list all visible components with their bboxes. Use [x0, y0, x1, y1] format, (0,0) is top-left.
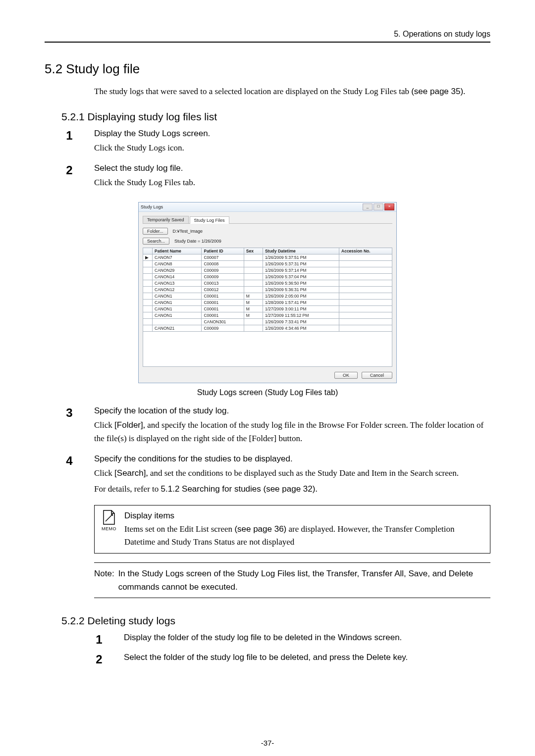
minimize-button[interactable]: _	[363, 203, 373, 210]
cell-id: CANON301	[202, 319, 244, 325]
step-522-1-title: Display the folder of the study log file…	[124, 633, 490, 643]
cell-name: CANON21	[153, 325, 202, 332]
tab-study-log-files[interactable]: Study Log Files	[190, 216, 229, 224]
row-selector[interactable]	[143, 267, 153, 274]
row-selector[interactable]	[143, 325, 153, 332]
step-4-desc2-c: .	[315, 484, 317, 494]
page-number: -37-	[0, 739, 535, 747]
row-selector[interactable]	[143, 312, 153, 319]
step-3-desc-a: Click	[94, 420, 114, 430]
table-row[interactable]: CANON29C000091/26/2009 5:37:14 PM	[143, 267, 392, 274]
row-selector[interactable]	[143, 306, 153, 312]
step-3-desc-c: , and specify the location of the study …	[94, 420, 483, 443]
cell-acc	[339, 261, 392, 267]
cell-acc	[339, 319, 392, 325]
cell-id: C00007	[202, 254, 244, 261]
step-4-desc2-a: For details, refer to	[94, 484, 161, 494]
step-2: 2 Select the study log file. Click the S…	[45, 163, 490, 196]
step-4-desc2-b: 5.1.2 Searching for studies (see page 32…	[161, 484, 316, 494]
cell-id: C00009	[202, 267, 244, 274]
cell-acc	[339, 267, 392, 274]
table-row[interactable]: CANON1C00001M1/28/2009 1:57:41 PM	[143, 300, 392, 306]
cell-sex	[244, 319, 263, 325]
row-selector[interactable]	[143, 300, 153, 306]
section-5-2-heading: 5.2 Study log file	[45, 61, 490, 77]
table-row[interactable]: CANON13C000131/26/2009 5:36:50 PM	[143, 280, 392, 287]
maximize-button[interactable]: □	[374, 203, 383, 210]
search-button[interactable]: Search...	[143, 238, 169, 245]
cell-id: C00008	[202, 261, 244, 267]
step-4-desc1-c: , and set the conditions to be displayed…	[146, 468, 459, 478]
cell-name: CANON1	[153, 300, 202, 306]
cell-acc	[339, 274, 392, 280]
cell-dt: 1/26/2009 5:37:51 PM	[263, 254, 339, 261]
memo-box: MEMO Display items Items set on the Edit…	[94, 505, 490, 554]
step-4-desc-1: Click [Search], and set the conditions t…	[94, 467, 490, 480]
close-button[interactable]: ×	[384, 203, 394, 210]
tab-temporarily-saved[interactable]: Temporarily Saved	[143, 216, 189, 223]
cancel-button[interactable]: Cancel	[362, 372, 392, 379]
row-selector[interactable]	[143, 319, 153, 325]
cell-id: C00012	[202, 287, 244, 293]
cell-acc	[339, 254, 392, 261]
table-row[interactable]: CANON1C00001M1/26/2009 2:05:00 PM	[143, 293, 392, 300]
table-row[interactable]: CANON1C00001M1/27/2009 11:55:12 PM	[143, 312, 392, 319]
row-selector[interactable]: ▶	[143, 254, 153, 261]
col-sex[interactable]: Sex	[244, 248, 263, 254]
search-criteria: Study Date = 1/26/2009	[174, 239, 221, 244]
row-selector[interactable]	[143, 261, 153, 267]
step-2-number: 2	[45, 163, 94, 177]
step-3-number: 3	[45, 406, 94, 420]
window-titlebar: Study Logs _ □ ×	[139, 202, 396, 212]
cell-acc	[339, 293, 392, 300]
cell-sex	[244, 267, 263, 274]
cell-id: C00001	[202, 312, 244, 319]
cell-sex	[244, 261, 263, 267]
window-title: Study Logs	[141, 204, 163, 209]
row-selector[interactable]	[143, 280, 153, 287]
cell-dt: 1/26/2009 4:34:46 PM	[263, 325, 339, 332]
cell-name: CANON1	[153, 312, 202, 319]
memo-text-b: (see page 36)	[234, 524, 286, 534]
cell-sex	[244, 274, 263, 280]
cell-dt: 1/26/2009 5:36:31 PM	[263, 287, 339, 293]
section-5-2-1-heading: 5.2.1 Displaying study log files list	[61, 111, 490, 123]
col-patient-id[interactable]: Patient ID	[202, 248, 244, 254]
cell-name: CANON8	[153, 261, 202, 267]
cell-name: CANON1	[153, 293, 202, 300]
ok-button[interactable]: OK	[334, 372, 358, 379]
cell-sex	[244, 325, 263, 332]
cell-id: C00001	[202, 306, 244, 312]
note-label: Note:	[94, 567, 114, 594]
folder-button[interactable]: Folder...	[143, 228, 168, 235]
step-522-2-number: 2	[74, 653, 124, 666]
row-selector[interactable]	[143, 274, 153, 280]
study-logs-window: Study Logs _ □ × Temporarily Saved Study…	[138, 202, 397, 383]
memo-text: Items set on the Edit List screen (see p…	[124, 523, 484, 548]
cell-sex	[244, 254, 263, 261]
cell-id: C00001	[202, 293, 244, 300]
step-4-number: 4	[45, 454, 94, 468]
cell-sex: M	[244, 293, 263, 300]
table-row[interactable]: CANON1C00001M1/27/2009 3:00:11 PM	[143, 306, 392, 312]
table-row[interactable]: ▶CANON7C000071/26/2009 5:37:51 PM	[143, 254, 392, 261]
col-study-datetime[interactable]: Study Datetime	[263, 248, 339, 254]
cell-dt: 1/26/2009 7:33:41 PM	[263, 319, 339, 325]
cell-dt: 1/26/2009 5:37:31 PM	[263, 261, 339, 267]
col-patient-name[interactable]: Patient Name	[153, 248, 202, 254]
step-2-desc: Click the Study Log Files tab.	[94, 176, 490, 189]
row-selector[interactable]	[143, 287, 153, 293]
table-row[interactable]: CANON21C000091/26/2009 4:34:46 PM	[143, 325, 392, 332]
folder-path: D:¥Test_Image	[173, 229, 203, 234]
cell-acc	[339, 306, 392, 312]
col-accession-no[interactable]: Accession No.	[339, 248, 392, 254]
row-selector[interactable]	[143, 293, 153, 300]
table-row[interactable]: CANON8C000081/26/2009 5:37:31 PM	[143, 261, 392, 267]
table-row[interactable]: CANON12C000121/26/2009 5:36:31 PM	[143, 287, 392, 293]
table-row[interactable]: CANON3011/26/2009 7:33:41 PM	[143, 319, 392, 325]
cell-acc	[339, 300, 392, 306]
step-1: 1 Display the Study Logs screen. Click t…	[45, 129, 490, 161]
table-row[interactable]: CANON14C000091/26/2009 5:37:04 PM	[143, 274, 392, 280]
cell-sex: M	[244, 300, 263, 306]
cell-sex: M	[244, 312, 263, 319]
